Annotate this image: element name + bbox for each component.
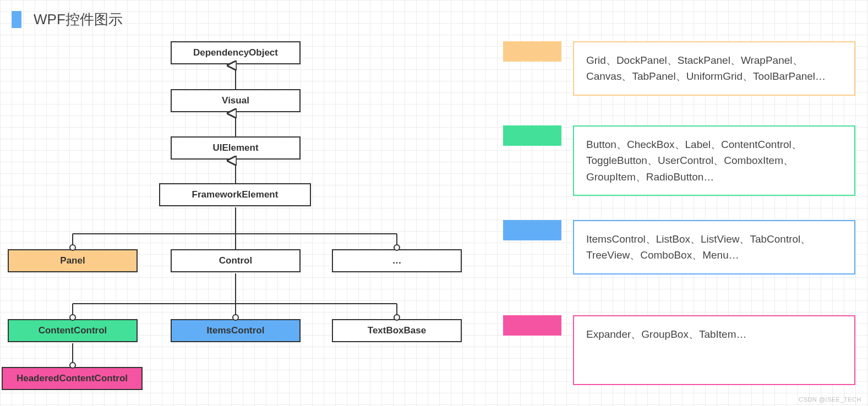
svg-point-19: [70, 363, 75, 368]
legend-desc-contentcontrol: Button、CheckBox、Label、ContentControl、Tog…: [573, 125, 855, 196]
legend-swatch-itemscontrol: [503, 220, 561, 240]
watermark: CSDN @ISEE_TECH: [799, 396, 861, 403]
svg-point-17: [394, 315, 400, 320]
svg-point-16: [233, 315, 238, 320]
legend-desc-panel: Grid、DockPanel、StackPanel、WrapPanel、Canv…: [573, 41, 855, 96]
legend-desc-headered: Expander、GroupBox、TabItem…: [573, 315, 855, 385]
legend-swatch-panel: [503, 41, 561, 62]
legend-desc-itemscontrol: ItemsControl、ListBox、ListView、TabControl…: [573, 220, 855, 275]
hierarchy-connectors: [0, 0, 495, 406]
legend-swatch-contentcontrol: [503, 125, 561, 146]
legend-swatch-headered: [503, 315, 561, 336]
svg-point-8: [70, 245, 75, 250]
svg-point-9: [394, 245, 400, 250]
svg-point-15: [70, 315, 75, 320]
